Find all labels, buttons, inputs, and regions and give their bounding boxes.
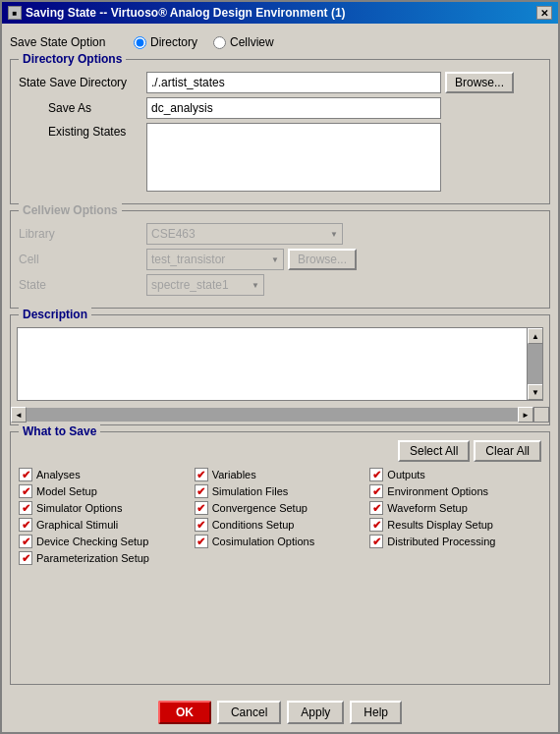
checkbox-icon-2: ✔ [369,468,383,481]
checkbox-label-6: Simulator Options [36,502,122,514]
close-button[interactable]: ✕ [536,6,552,20]
save-as-label: Save As [19,101,146,115]
directory-options-title: Directory Options [19,52,126,66]
scroll-left-button[interactable]: ◄ [11,407,27,423]
ok-button[interactable]: OK [158,701,211,724]
checkbox-label-15: Parameterization Setup [36,552,149,564]
cancel-button[interactable]: Cancel [217,701,281,724]
what-to-save-section: What to Save Select All Clear All ✔Analy… [10,431,550,685]
description-section: Description ▲ ▼ ◄ ► [10,314,550,425]
checkbox-item-outputs[interactable]: ✔Outputs [369,468,541,481]
apply-button[interactable]: Apply [287,701,344,724]
radio-cellview-label: Cellview [230,35,274,49]
checkbox-item-distributed-processing[interactable]: ✔Distributed Processing [369,535,541,548]
checkbox-item-model-setup[interactable]: ✔Model Setup [19,484,191,498]
checkbox-icon-5: ✔ [369,484,383,498]
checkbox-label-2: Outputs [387,469,425,480]
cell-browse-button: Browse... [288,249,357,270]
radio-directory-label: Directory [150,35,197,49]
state-value: spectre_state1 [151,278,229,292]
checkbox-item-results-display-setup[interactable]: ✔Results Display Setup [369,518,541,532]
checkbox-icon-12: ✔ [19,535,32,548]
checkbox-icon-11: ✔ [369,518,383,532]
checkbox-item-convergence-setup[interactable]: ✔Convergence Setup [195,501,366,515]
checkbox-icon-1: ✔ [195,468,208,481]
state-row: State spectre_state1 ▼ [19,274,541,296]
scroll-right-button[interactable]: ► [518,407,533,423]
cellview-options-title: Cellview Options [19,203,122,217]
library-arrow-icon: ▼ [330,230,338,239]
checkbox-item-parameterization-setup[interactable]: ✔Parameterization Setup [19,551,191,565]
state-save-dir-input[interactable] [146,72,441,93]
state-label: State [19,278,146,292]
checkbox-label-12: Device Checking Setup [36,536,148,547]
select-all-button[interactable]: Select All [398,440,470,462]
scroll-up-button[interactable]: ▲ [528,328,543,344]
checkbox-icon-0: ✔ [19,468,32,481]
cell-value: test_transistor [151,253,225,266]
save-option-label: Save State Option [10,35,118,49]
checkbox-label-0: Analyses [36,469,81,480]
save-as-row: Save As [19,97,541,119]
library-combo[interactable]: CSE463 ▼ [146,223,343,245]
checkbox-icon-13: ✔ [195,535,208,548]
what-to-save-title: What to Save [19,424,100,438]
checkbox-item-simulation-files[interactable]: ✔Simulation Files [195,484,366,498]
checkbox-item-graphical-stimuli[interactable]: ✔Graphical Stimuli [19,518,191,532]
checkbox-icon-15: ✔ [19,551,32,565]
checkbox-label-9: Graphical Stimuli [36,519,118,531]
checkbox-item-cosimulation-options[interactable]: ✔Cosimulation Options [195,535,366,548]
checkbox-item-conditions-setup[interactable]: ✔Conditions Setup [195,518,366,532]
checkbox-item-variables[interactable]: ✔Variables [195,468,366,481]
window-title: Saving State -- Virtuoso® Analog Design … [26,6,346,20]
save-option-row: Save State Option Directory Cellview [10,31,550,53]
checkbox-item-analyses[interactable]: ✔Analyses [19,468,191,481]
help-button[interactable]: Help [350,701,402,724]
scroll-track-v[interactable] [528,344,542,384]
main-window: ■ Saving State -- Virtuoso® Analog Desig… [0,0,560,734]
save-option-radio-group: Directory Cellview [134,35,274,49]
radio-cellview[interactable]: Cellview [213,35,274,49]
library-value: CSE463 [151,227,196,241]
clear-all-button[interactable]: Clear All [474,440,541,462]
titlebar: ■ Saving State -- Virtuoso® Analog Desig… [2,2,558,24]
scroll-track-h[interactable] [27,408,518,422]
save-as-input[interactable] [146,97,441,119]
checkbox-icon-10: ✔ [195,518,208,532]
checkbox-label-11: Results Display Setup [387,519,493,531]
state-arrow-icon: ▼ [252,281,259,290]
checkbox-label-7: Convergence Setup [212,502,308,514]
state-save-dir-browse-button[interactable]: Browse... [445,72,514,93]
radio-directory[interactable]: Directory [134,35,197,49]
cell-arrow-icon: ▼ [271,255,279,264]
library-row: Library CSE463 ▼ [19,223,541,245]
radio-cellview-input[interactable] [213,36,226,49]
existing-states-row: Existing States [19,123,541,192]
checkbox-icon-9: ✔ [19,518,32,532]
state-combo[interactable]: spectre_state1 ▼ [146,274,264,296]
checkbox-item-simulator-options[interactable]: ✔Simulator Options [19,501,191,515]
existing-states-textarea[interactable] [146,123,441,192]
checkbox-item-device-checking-setup[interactable]: ✔Device Checking Setup [19,535,191,548]
description-scrollbar-v[interactable]: ▲ ▼ [527,328,542,400]
cell-combo[interactable]: test_transistor ▼ [146,249,284,270]
checkbox-item-waveform-setup[interactable]: ✔Waveform Setup [369,501,541,515]
scroll-corner [533,407,549,423]
checkbox-label-5: Environment Options [387,485,488,497]
checkbox-icon-6: ✔ [19,501,32,515]
cell-label: Cell [19,253,146,266]
scroll-down-button[interactable]: ▼ [528,384,543,400]
checkbox-icon-7: ✔ [195,501,208,515]
cell-row: Cell test_transistor ▼ Browse... [19,249,541,270]
state-save-dir-row: State Save Directory Browse... [19,72,541,93]
existing-states-label: Existing States [19,125,146,139]
checkbox-grid: ✔Analyses✔Variables✔Outputs✔Model Setup✔… [19,468,541,565]
checkbox-label-13: Cosimulation Options [212,536,315,547]
checkbox-item-environment-options[interactable]: ✔Environment Options [369,484,541,498]
description-textarea[interactable] [18,328,527,400]
radio-directory-input[interactable] [134,36,146,49]
checkbox-icon-4: ✔ [195,484,208,498]
button-bar: OK Cancel Apply Help [2,693,558,732]
checkbox-label-1: Variables [212,469,256,480]
checkbox-label-14: Distributed Processing [387,536,495,547]
